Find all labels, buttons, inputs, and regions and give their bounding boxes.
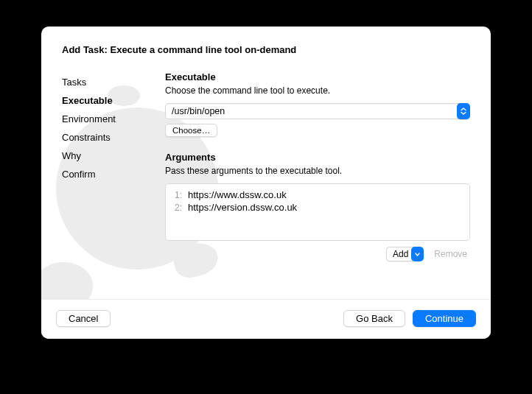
arguments-list[interactable]: 1: https://www.dssw.co.uk 2: https://ver… (165, 183, 470, 241)
executable-path-combo (165, 103, 470, 119)
add-argument-combo: Add (386, 247, 424, 261)
arguments-heading: Arguments (165, 152, 470, 163)
main-panel: Executable Choose the command line tool … (165, 67, 470, 299)
chevron-updown-icon (461, 108, 466, 115)
step-sidebar: Tasks Executable Environment Constraints… (62, 67, 165, 299)
add-argument-button[interactable]: Add (386, 247, 414, 261)
dialog-title: Add Task: Execute a command line tool on… (62, 44, 470, 55)
remove-argument-button[interactable]: Remove (431, 249, 470, 259)
argument-value: https://version.dssw.co.uk (188, 202, 297, 213)
executable-path-input[interactable] (165, 103, 460, 119)
executable-description: Choose the command line tool to execute. (165, 85, 470, 96)
choose-button[interactable]: Choose… (165, 124, 217, 137)
arguments-description: Pass these arguments to the executable t… (165, 166, 470, 176)
executable-heading: Executable (165, 71, 470, 82)
sidebar-item-tasks[interactable]: Tasks (62, 73, 165, 91)
argument-row[interactable]: 2: https://version.dssw.co.uk (172, 201, 463, 214)
argument-value: https://www.dssw.co.uk (188, 189, 287, 200)
argument-index: 1: (172, 190, 182, 200)
argument-index: 2: (172, 203, 182, 213)
sidebar-item-why[interactable]: Why (62, 147, 165, 165)
dialog-window: Add Task: Execute a command line tool on… (41, 27, 491, 339)
sidebar-item-environment[interactable]: Environment (62, 110, 165, 128)
sidebar-item-constraints[interactable]: Constraints (62, 128, 165, 147)
continue-button[interactable]: Continue (413, 310, 476, 327)
chevron-down-icon (415, 253, 420, 256)
add-argument-dropdown-button[interactable] (411, 247, 424, 261)
cancel-button[interactable]: Cancel (56, 310, 111, 327)
dialog-footer: Cancel Go Back Continue (41, 299, 491, 339)
sidebar-item-executable[interactable]: Executable (62, 91, 165, 110)
go-back-button[interactable]: Go Back (343, 310, 405, 327)
executable-path-dropdown-button[interactable] (457, 103, 470, 119)
argument-row[interactable]: 1: https://www.dssw.co.uk (172, 189, 463, 201)
sidebar-item-confirm[interactable]: Confirm (62, 165, 165, 183)
